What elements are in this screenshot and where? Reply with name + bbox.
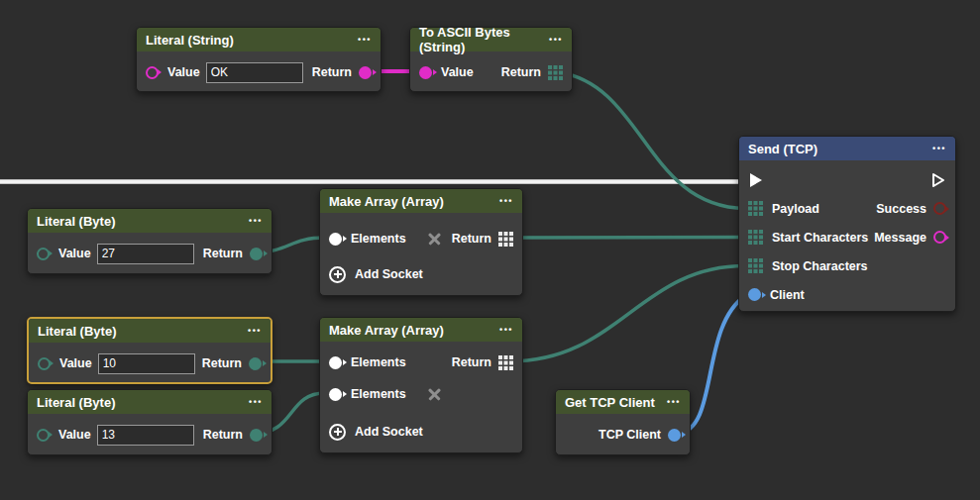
menu-icon[interactable]: ••• (499, 326, 513, 335)
node-header[interactable]: Get TCP Client ••• (556, 390, 690, 414)
port-row: Elements Return (320, 221, 522, 256)
return-label: Return (312, 65, 352, 79)
node-header[interactable]: Literal (Byte) ••• (28, 390, 272, 414)
array-grid-icon[interactable] (548, 65, 563, 80)
start-characters-input-socket[interactable] (748, 230, 763, 245)
return-output-socket[interactable] (249, 357, 262, 370)
node-header[interactable]: Make Array (Array) ••• (320, 318, 522, 342)
stop-characters-label: Stop Characters (772, 259, 868, 273)
elements-input-socket[interactable] (329, 233, 342, 246)
menu-icon[interactable]: ••• (667, 398, 681, 407)
add-socket-icon[interactable] (329, 266, 346, 283)
port-row: Value Return (28, 414, 272, 455)
node-header[interactable]: Literal (Byte) ••• (29, 319, 271, 343)
node-make-array-1[interactable]: Make Array (Array) ••• Elements Return A… (319, 188, 523, 296)
value-field[interactable] (206, 62, 303, 83)
exec-out-pin[interactable] (930, 171, 946, 189)
port-row: Client (739, 280, 955, 309)
value-input-socket[interactable] (37, 429, 50, 442)
remove-socket-icon[interactable] (428, 233, 441, 246)
remove-socket-icon[interactable] (428, 388, 441, 401)
port-row: Start Characters Message (739, 223, 955, 251)
wire-make-array-1-to-start-characters[interactable] (509, 238, 745, 239)
return-output-socket[interactable] (359, 66, 372, 79)
value-input-socket[interactable] (38, 357, 51, 370)
stop-characters-input-socket[interactable] (748, 258, 763, 273)
tcp-client-output-socket[interactable] (668, 429, 681, 442)
client-input-socket[interactable] (748, 288, 761, 301)
exec-row (739, 165, 955, 194)
node-header[interactable]: Send (TCP) ••• (739, 137, 955, 160)
menu-icon[interactable]: ••• (249, 398, 263, 407)
value-input-socket[interactable] (419, 66, 432, 79)
return-output-socket[interactable] (250, 248, 263, 260)
add-socket-icon[interactable] (329, 424, 346, 441)
add-socket-row[interactable]: Add Socket (320, 256, 522, 292)
node-literal-byte-27[interactable]: Literal (Byte) ••• Value Return (27, 208, 272, 274)
port-row: Value Return (137, 51, 381, 92)
value-input-socket[interactable] (37, 248, 50, 260)
node-title: Literal (String) (146, 33, 234, 48)
return-label: Return (203, 428, 243, 442)
port-row: Stop Characters (739, 251, 955, 280)
return-label: Return (203, 247, 243, 260)
success-output-socket[interactable] (933, 202, 946, 215)
value-field[interactable] (98, 353, 195, 374)
success-label: Success (876, 202, 926, 216)
wire-make-array-2-to-stop-characters[interactable] (509, 266, 745, 362)
node-literal-string[interactable]: Literal (String) ••• Value Return (136, 27, 381, 92)
wire-ascii-to-payload[interactable] (559, 72, 745, 209)
node-literal-byte-13[interactable]: Literal (Byte) ••• Value Return (27, 389, 272, 455)
node-header[interactable]: To ASCII Bytes (String) ••• (410, 28, 572, 51)
start-characters-label: Start Characters (772, 231, 868, 245)
value-label: Value (441, 65, 474, 79)
return-label: Return (202, 356, 242, 370)
menu-icon[interactable]: ••• (549, 36, 563, 45)
value-label: Value (58, 428, 91, 442)
port-row: Value Return (410, 51, 572, 92)
value-label: Value (59, 356, 92, 370)
menu-icon[interactable]: ••• (249, 217, 263, 226)
port-row: Value Return (29, 343, 271, 384)
return-label: Return (452, 232, 491, 246)
value-input-socket[interactable] (146, 66, 159, 79)
return-array-grid-icon[interactable] (498, 232, 513, 247)
menu-icon[interactable]: ••• (248, 327, 262, 336)
node-title: Get TCP Client (565, 395, 655, 410)
return-output-socket[interactable] (250, 429, 263, 442)
payload-input-socket[interactable] (748, 201, 763, 216)
node-header[interactable]: Literal (String) ••• (137, 28, 381, 51)
menu-icon[interactable]: ••• (499, 197, 513, 206)
node-send-tcp[interactable]: Send (TCP) ••• Payload Success Start Cha… (738, 136, 956, 312)
port-row: Elements Return (320, 347, 522, 378)
value-field[interactable] (97, 425, 194, 446)
node-to-ascii-bytes[interactable]: To ASCII Bytes (String) ••• Value Return (409, 27, 573, 92)
message-output-socket[interactable] (933, 231, 946, 244)
elements-input-socket[interactable] (329, 356, 342, 369)
node-literal-byte-10[interactable]: Literal (Byte) ••• Value Return (27, 317, 272, 384)
payload-label: Payload (772, 202, 819, 216)
menu-icon[interactable]: ••• (358, 36, 372, 45)
add-socket-row[interactable]: Add Socket (320, 416, 522, 448)
client-label: Client (770, 288, 805, 302)
node-graph-canvas[interactable]: Literal (String) ••• Value Return To ASC… (0, 0, 980, 500)
return-label: Return (452, 355, 491, 369)
node-title: Literal (Byte) (38, 324, 116, 339)
elements-label: Elements (351, 355, 406, 369)
port-row: Payload Success (739, 194, 955, 223)
node-get-tcp-client[interactable]: Get TCP Client ••• TCP Client (555, 389, 691, 455)
menu-icon[interactable]: ••• (932, 145, 946, 153)
elements-input-socket[interactable] (329, 388, 342, 401)
add-socket-label[interactable]: Add Socket (355, 425, 423, 439)
node-header[interactable]: Make Array (Array) ••• (320, 189, 522, 213)
add-socket-label[interactable]: Add Socket (355, 267, 423, 281)
value-label: Value (58, 247, 91, 260)
node-title: Literal (Byte) (37, 214, 115, 229)
value-field[interactable] (97, 244, 194, 264)
node-header[interactable]: Literal (Byte) ••• (28, 209, 272, 233)
node-make-array-2[interactable]: Make Array (Array) ••• Elements Return E… (319, 317, 523, 453)
tcp-client-label: TCP Client (599, 428, 661, 442)
exec-in-pin[interactable] (748, 171, 764, 189)
return-array-grid-icon[interactable] (498, 355, 513, 370)
return-label: Return (501, 65, 541, 79)
